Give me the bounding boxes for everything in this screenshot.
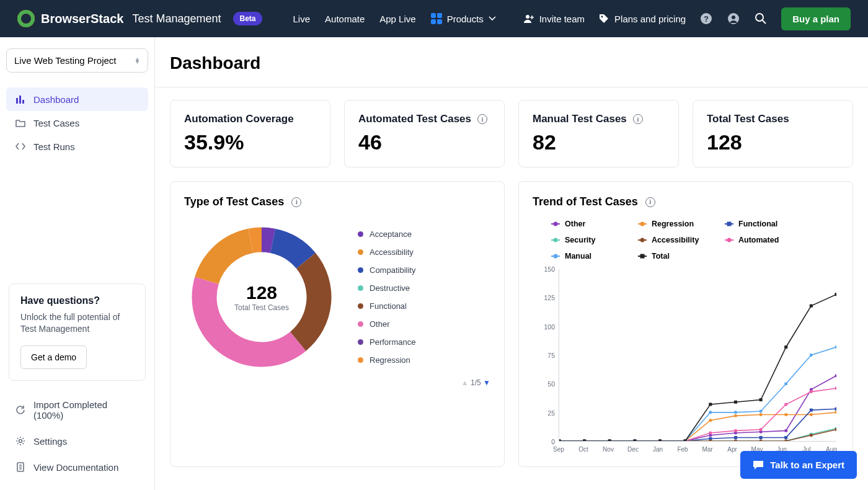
- plans-pricing-link[interactable]: Plans and pricing: [598, 13, 686, 24]
- x-axis-tick: Oct: [578, 446, 588, 453]
- legend-label: Other: [370, 319, 390, 329]
- sidebar-item-label: Test Runs: [33, 141, 75, 152]
- svg-point-30: [709, 419, 712, 422]
- y-axis-tick: 100: [544, 323, 555, 331]
- svg-point-68: [760, 440, 763, 441]
- pager-up-icon[interactable]: ▲: [461, 378, 469, 387]
- panel-title: Trend of Test Cases: [533, 195, 638, 208]
- buy-plan-button[interactable]: Buy a plan: [781, 7, 851, 30]
- svg-rect-99: [633, 440, 636, 441]
- user-icon: [727, 12, 740, 25]
- legend-item: Total: [638, 252, 700, 261]
- account-button[interactable]: [727, 12, 740, 25]
- legend-swatch-icon: [638, 256, 647, 257]
- legend-item: Accessibility: [638, 236, 700, 244]
- svg-rect-96: [559, 440, 561, 441]
- x-axis-tick: Dec: [627, 446, 639, 453]
- svg-point-33: [784, 413, 787, 416]
- svg-rect-44: [760, 436, 763, 439]
- invite-team-link[interactable]: Invite team: [523, 14, 585, 24]
- nav-products-label: Products: [447, 14, 484, 24]
- info-icon[interactable]: i: [645, 197, 655, 207]
- legend-swatch-icon: [358, 249, 363, 255]
- legend-label: Performance: [370, 337, 415, 347]
- svg-point-92: [760, 409, 763, 412]
- person-add-icon: [523, 14, 534, 24]
- legend-item: Other: [358, 319, 415, 329]
- main-content: Dashboard Automation Coverage 35.9% Auto…: [155, 37, 868, 490]
- nav-automate[interactable]: Automate: [325, 14, 365, 24]
- legend-label: Functional: [370, 301, 407, 311]
- legend-item: Regression: [638, 220, 700, 228]
- legend-label: Regression: [652, 220, 694, 228]
- header-right: Invite team Plans and pricing ? Buy a pl…: [523, 7, 851, 30]
- svg-point-83: [835, 387, 836, 390]
- folder-icon: [15, 117, 26, 128]
- svg-point-31: [734, 414, 737, 417]
- svg-rect-103: [734, 401, 737, 404]
- help-button[interactable]: ?: [699, 12, 713, 25]
- legend-item: Functional: [358, 301, 415, 311]
- info-icon[interactable]: i: [291, 197, 301, 207]
- legend-label: Regression: [370, 355, 410, 365]
- svg-point-34: [810, 413, 813, 416]
- stat-value: 128: [707, 130, 839, 154]
- brand-name: BrowserStack: [41, 12, 123, 26]
- svg-rect-105: [784, 345, 787, 349]
- import-status-link[interactable]: Import Completed (100%): [6, 393, 148, 427]
- svg-point-0: [526, 15, 529, 19]
- sidebar-item-test-runs[interactable]: Test Runs: [6, 135, 148, 158]
- svg-point-81: [784, 403, 787, 406]
- nav-live[interactable]: Live: [293, 14, 311, 24]
- stat-card-total: Total Test Cases 128: [693, 100, 853, 167]
- legend-pager[interactable]: ▲ 1/5 ▼: [184, 378, 490, 387]
- svg-point-94: [810, 354, 813, 357]
- svg-rect-101: [684, 440, 687, 441]
- svg-rect-47: [835, 408, 836, 411]
- legend-item: Automated: [725, 236, 787, 244]
- svg-point-93: [784, 382, 787, 385]
- page-title: Dashboard: [155, 37, 868, 87]
- pager-down-icon[interactable]: ▼: [483, 378, 490, 387]
- get-demo-button[interactable]: Get a demo: [20, 345, 87, 369]
- project-selector[interactable]: Live Web Testing Project ▲▼: [6, 48, 148, 73]
- svg-point-32: [760, 413, 763, 416]
- svg-rect-8: [19, 96, 21, 104]
- x-axis-tick: Sep: [553, 446, 564, 453]
- svg-rect-100: [658, 440, 662, 441]
- x-axis-tick: Apr: [727, 446, 737, 453]
- x-axis-tick: Mar: [702, 446, 712, 453]
- legend-item: Performance: [358, 337, 415, 347]
- legend-swatch-icon: [358, 357, 363, 363]
- talk-to-expert-button[interactable]: Talk to an Expert: [740, 451, 857, 479]
- documentation-label: View Documentation: [33, 462, 118, 473]
- legend-swatch-icon: [725, 239, 733, 241]
- search-button[interactable]: [754, 12, 768, 25]
- sidebar-item-dashboard[interactable]: Dashboard: [6, 87, 148, 111]
- nav-applive[interactable]: App Live: [379, 14, 415, 24]
- svg-rect-45: [784, 436, 787, 439]
- svg-point-5: [732, 16, 735, 19]
- stat-title: Manual Test Cases: [533, 113, 627, 125]
- sidebar-item-test-cases[interactable]: Test Cases: [6, 111, 148, 135]
- legend-label: Functional: [738, 220, 777, 228]
- svg-point-79: [734, 429, 737, 432]
- donut-chart: 128 Total Test Cases: [184, 220, 339, 375]
- svg-point-78: [709, 432, 712, 435]
- legend-swatch-icon: [358, 285, 363, 291]
- brand-area: BrowserStack Test Management: [17, 10, 221, 27]
- svg-rect-9: [22, 100, 24, 104]
- documentation-link[interactable]: View Documentation: [6, 455, 148, 479]
- invite-team-label: Invite team: [539, 14, 585, 24]
- info-icon[interactable]: i: [477, 114, 487, 124]
- nav-products[interactable]: Products: [431, 13, 496, 24]
- info-icon[interactable]: i: [633, 114, 643, 124]
- legend-label: Security: [565, 236, 595, 244]
- search-icon: [755, 12, 767, 25]
- sidebar-item-label: Dashboard: [33, 94, 79, 105]
- svg-point-10: [19, 440, 22, 443]
- svg-rect-102: [709, 403, 712, 406]
- legend-swatch-icon: [725, 223, 733, 225]
- settings-link[interactable]: Settings: [6, 429, 148, 453]
- trend-legend: OtherRegressionFunctionalSecurityAccessi…: [551, 220, 839, 261]
